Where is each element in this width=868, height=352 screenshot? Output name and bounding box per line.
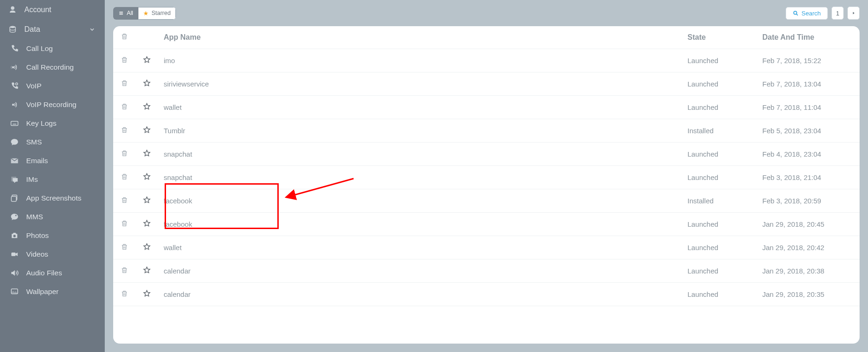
sidebar-item-label: VoIP Recording — [26, 101, 76, 109]
sidebar-item-label: Call Recording — [26, 63, 74, 72]
sidebar-item-voip-recording[interactable]: VoIP Recording — [0, 95, 105, 114]
header-delete[interactable] — [113, 26, 136, 49]
sidebar-item-wallpaper[interactable]: Wallpaper — [0, 282, 105, 301]
table-row[interactable]: calendarLaunchedJan 29, 2018, 20:38 — [113, 259, 860, 283]
delete-row-button[interactable] — [121, 290, 128, 297]
sidebar-item-label: Emails — [26, 157, 48, 165]
search-label: Search — [802, 10, 821, 17]
header-date[interactable]: Date And Time — [757, 26, 860, 49]
delete-row-button[interactable] — [121, 126, 128, 134]
video-icon — [9, 249, 20, 259]
sidebar-item-label: Photos — [26, 231, 49, 240]
svg-rect-6 — [11, 196, 16, 201]
search-button[interactable]: Search — [786, 7, 828, 20]
user-icon — [7, 5, 18, 15]
cell-date: Feb 3, 2018, 20:59 — [757, 189, 860, 213]
filter-starred-label: Starred — [152, 10, 171, 16]
mail-icon — [9, 156, 20, 166]
sidebar-item-photos[interactable]: Photos — [0, 226, 105, 245]
cell-state: Launched — [682, 49, 757, 72]
table-row[interactable]: snapchatLaunchedFeb 3, 2018, 21:04 — [113, 166, 860, 189]
voip-rec-icon — [9, 100, 20, 110]
sidebar-account[interactable]: Account — [0, 0, 105, 20]
filter-segment: All ★ Starred — [113, 7, 176, 20]
database-icon — [7, 24, 18, 35]
sidebar-item-app-screenshots[interactable]: App Screenshots — [0, 189, 105, 208]
svg-point-8 — [13, 235, 15, 237]
camera-icon — [9, 230, 20, 241]
svg-point-0 — [10, 26, 15, 29]
delete-row-button[interactable] — [121, 56, 128, 64]
table-row[interactable]: facebookLaunchedJan 29, 2018, 20:45 — [113, 213, 860, 236]
star-row-button[interactable] — [143, 266, 151, 274]
cell-state: Launched — [682, 96, 757, 119]
filter-all-label: All — [127, 10, 133, 16]
sidebar-data[interactable]: Data — [0, 20, 105, 39]
sidebar-item-call-log[interactable]: Call Log — [0, 39, 105, 58]
delete-row-button[interactable] — [121, 150, 128, 157]
cell-app-name: facebook — [158, 213, 682, 236]
star-row-button[interactable] — [143, 102, 151, 111]
cell-date: Feb 3, 2018, 21:04 — [757, 166, 860, 189]
sidebar-item-videos[interactable]: Videos — [0, 245, 105, 264]
cell-state: Launched — [682, 213, 757, 236]
star-row-button[interactable] — [143, 79, 151, 87]
star-row-button[interactable] — [143, 172, 151, 181]
svg-point-11 — [794, 11, 797, 14]
svg-rect-9 — [11, 252, 15, 256]
sidebar-item-audio-files[interactable]: Audio Files — [0, 264, 105, 282]
star-row-button[interactable] — [143, 219, 151, 228]
star-row-button[interactable] — [143, 149, 151, 158]
table-row[interactable]: imoLaunchedFeb 7, 2018, 15:22 — [113, 49, 860, 72]
star-row-button[interactable] — [143, 56, 151, 64]
table-row[interactable]: calendarLaunchedJan 29, 2018, 20:35 — [113, 283, 860, 306]
svg-point-3 — [13, 104, 14, 106]
header-name[interactable]: App Name — [158, 26, 682, 49]
cell-state: Launched — [682, 283, 757, 306]
star-row-button[interactable] — [143, 243, 151, 251]
cell-date: Jan 29, 2018, 20:38 — [757, 259, 860, 283]
delete-row-button[interactable] — [121, 243, 128, 251]
table-row[interactable]: walletLaunchedJan 29, 2018, 20:42 — [113, 236, 860, 259]
sidebar-item-label: Wallpaper — [26, 287, 58, 296]
sidebar-item-label: MMS — [26, 213, 43, 221]
star-row-button[interactable] — [143, 289, 151, 298]
cell-date: Jan 29, 2018, 20:35 — [757, 283, 860, 306]
table-row[interactable]: TumblrInstalledFeb 5, 2018, 23:04 — [113, 119, 860, 143]
filter-starred-button[interactable]: ★ Starred — [138, 7, 176, 20]
delete-row-button[interactable] — [121, 266, 128, 274]
sidebar-item-call-recording[interactable]: Call Recording — [0, 58, 105, 77]
table-row[interactable]: snapchatLaunchedFeb 4, 2018, 23:04 — [113, 143, 860, 166]
sidebar-data-label: Data — [24, 25, 40, 34]
page-number[interactable]: 1 — [832, 7, 844, 20]
table-row[interactable]: walletLaunchedFeb 7, 2018, 11:04 — [113, 96, 860, 119]
table-row[interactable]: siriviewserviceLaunchedFeb 7, 2018, 13:0… — [113, 72, 860, 96]
sidebar-item-ims[interactable]: IMs — [0, 170, 105, 189]
cell-app-name: snapchat — [158, 143, 682, 166]
star-row-button[interactable] — [143, 196, 151, 204]
sidebar: Account Data Call LogCall RecordingVoIPV… — [0, 0, 105, 352]
filter-all-button[interactable]: All — [113, 7, 138, 20]
sidebar-item-sms[interactable]: SMS — [0, 133, 105, 151]
table-row[interactable]: facebookInstalledFeb 3, 2018, 20:59 — [113, 189, 860, 213]
star-row-button[interactable] — [143, 126, 151, 134]
cell-app-name: calendar — [158, 259, 682, 283]
sidebar-item-label: VoIP — [26, 82, 42, 90]
cell-state: Installed — [682, 189, 757, 213]
delete-row-button[interactable] — [121, 196, 128, 204]
sidebar-item-voip[interactable]: VoIP — [0, 77, 105, 95]
cell-date: Jan 29, 2018, 20:45 — [757, 213, 860, 236]
delete-row-button[interactable] — [121, 103, 128, 110]
next-page-button[interactable] — [847, 7, 860, 20]
sidebar-item-emails[interactable]: Emails — [0, 151, 105, 170]
list-icon — [118, 11, 124, 15]
header-state[interactable]: State — [682, 26, 757, 49]
delete-row-button[interactable] — [121, 173, 128, 180]
sidebar-item-mms[interactable]: MMS — [0, 208, 105, 226]
svg-point-2 — [15, 83, 18, 85]
delete-row-button[interactable] — [121, 220, 128, 227]
cell-app-name: snapchat — [158, 166, 682, 189]
cell-state: Launched — [682, 166, 757, 189]
delete-row-button[interactable] — [121, 79, 128, 87]
sidebar-item-key-logs[interactable]: Key Logs — [0, 114, 105, 133]
